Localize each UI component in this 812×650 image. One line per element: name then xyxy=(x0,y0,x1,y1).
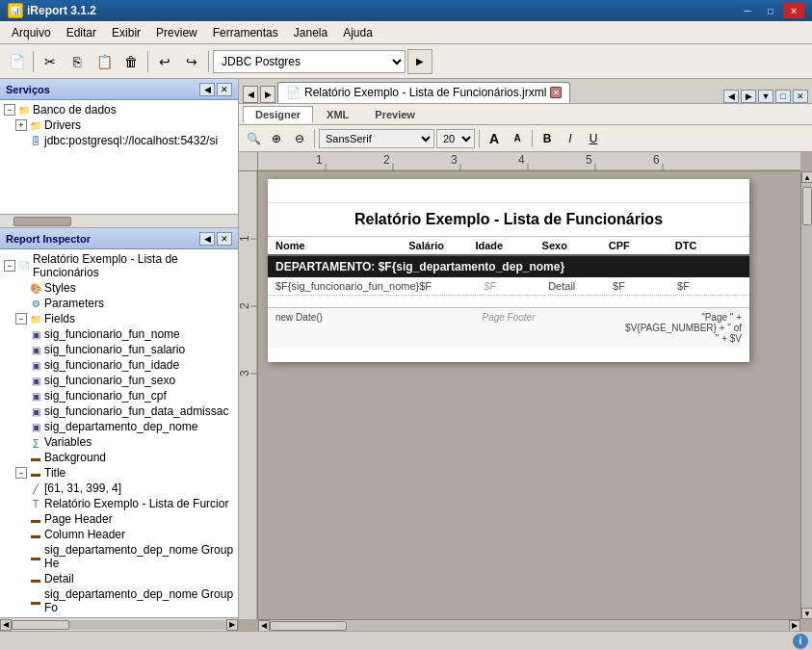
expand-bancoDados[interactable]: − xyxy=(4,104,15,116)
minimize-button[interactable]: ─ xyxy=(737,3,758,18)
menu-arquivo[interactable]: Arquivo xyxy=(4,24,59,41)
hscroll-canvas-thumb[interactable] xyxy=(270,621,347,631)
inspector-field-5[interactable]: ▣ sig_funcionario_fun_data_admissac xyxy=(2,403,236,419)
inspector-field-4[interactable]: ▣ sig_funcionario_fun_cpf xyxy=(2,388,236,403)
aa-button[interactable]: A xyxy=(484,128,505,149)
expand-title[interactable]: − xyxy=(15,467,27,479)
tab-nav-left-btn[interactable]: ◀ xyxy=(243,86,258,103)
maximize-button[interactable]: □ xyxy=(760,3,781,18)
ruler-corner xyxy=(239,152,258,171)
tabs-prev-btn[interactable]: ◀ xyxy=(723,90,739,103)
zoom-out-icon[interactable]: ⊖ xyxy=(289,128,310,149)
canvas-hscroll[interactable]: ◀ ▶ xyxy=(258,619,800,631)
expand-root[interactable]: − xyxy=(4,260,15,272)
aa-small-button[interactable]: A xyxy=(507,128,528,149)
services-minimize-button[interactable]: ◀ xyxy=(199,83,215,96)
tabs-close-btn[interactable]: ✕ xyxy=(793,90,808,103)
inspector-variables[interactable]: ∑ Variables xyxy=(2,434,236,450)
status-icon: i xyxy=(793,634,808,649)
vscroll-thumb[interactable] xyxy=(802,187,812,225)
menu-exibir[interactable]: Exibir xyxy=(104,24,148,41)
vscroll-up-btn[interactable]: ▲ xyxy=(801,171,812,183)
inspector-detail[interactable]: ▬ Detail xyxy=(2,571,236,586)
inspector-root[interactable]: − 📄 Relatório Exemplo - Lista de Funcion… xyxy=(2,251,236,280)
canvas-scroll[interactable]: Relatório Exemplo - Lista de Funcionário… xyxy=(258,171,800,619)
inspector-columnheader[interactable]: ▬ Column Header xyxy=(2,527,236,542)
expand-drivers[interactable]: + xyxy=(15,119,27,131)
tabs-next-btn[interactable]: ▶ xyxy=(741,90,756,103)
hscroll-right-btn[interactable]: ▶ xyxy=(226,619,238,631)
hscroll-left-btn[interactable]: ◀ xyxy=(0,619,12,631)
tabs-max-btn[interactable]: □ xyxy=(775,90,791,103)
menu-editar[interactable]: Editar xyxy=(59,24,104,41)
inspector-field-0[interactable]: ▣ sig_funcionario_fun_nome xyxy=(2,326,236,342)
menu-ajuda[interactable]: Ajuda xyxy=(335,24,380,41)
svg-text:2: 2 xyxy=(239,302,251,309)
inspector-title-label: Title xyxy=(44,466,65,480)
inspector-line[interactable]: ╱ [61, 31, 399, 4] xyxy=(2,481,236,496)
inspector-title[interactable]: − ▬ Title xyxy=(2,465,236,481)
inspector-hscroll[interactable]: ◀ ▶ xyxy=(0,617,238,631)
zoom-in-icon[interactable]: 🔍 xyxy=(243,128,264,149)
tree-item-bancoDados[interactable]: − 📁 Banco de dados xyxy=(2,102,236,117)
inspector-fields[interactable]: − 📁 Fields xyxy=(2,311,236,326)
vscroll-down-btn[interactable]: ▼ xyxy=(801,608,812,619)
canvas-area[interactable]: 1 2 3 4 5 6 1 xyxy=(239,152,812,631)
band-title-icon: ▬ xyxy=(29,466,42,480)
italic-button[interactable]: I xyxy=(560,128,581,149)
inspector-field-2[interactable]: ▣ sig_funcionario_fun_idade xyxy=(2,357,236,373)
paste-button[interactable]: 📋 xyxy=(92,49,117,74)
datasource-dropdown[interactable]: JDBC Postgres xyxy=(213,50,406,73)
tab-preview[interactable]: Preview xyxy=(362,106,428,123)
canvas-vscroll[interactable]: ▲ ▼ xyxy=(800,171,812,619)
expand-fields[interactable]: − xyxy=(15,313,27,325)
hscroll-canvas-left-btn[interactable]: ◀ xyxy=(258,620,270,632)
inspector-groupheader[interactable]: ▬ sig_departamento_dep_nome Group He xyxy=(2,542,236,571)
svg-text:1: 1 xyxy=(316,153,323,167)
menu-janela[interactable]: Janela xyxy=(286,24,335,41)
font-family-dropdown[interactable]: SansSerif xyxy=(319,129,434,148)
menu-preview[interactable]: Preview xyxy=(148,24,205,41)
tabs-menu-btn[interactable]: ▼ xyxy=(758,90,773,103)
tab-nav-right-btn[interactable]: ▶ xyxy=(260,86,275,103)
services-close-button[interactable]: ✕ xyxy=(217,83,232,96)
delete-button[interactable]: 🗑 xyxy=(118,49,144,74)
hscroll-canvas-right-btn[interactable]: ▶ xyxy=(789,620,800,632)
cut-button[interactable]: ✂ xyxy=(38,49,63,74)
new-button[interactable]: 📄 xyxy=(4,49,29,74)
tree-item-drivers[interactable]: + 📁 Drivers xyxy=(2,117,236,133)
inspector-title-label-item[interactable]: T Relatório Exemplo - Lista de Furcior xyxy=(2,496,236,511)
underline-button[interactable]: U xyxy=(583,128,604,149)
tab-close-button[interactable]: ✕ xyxy=(550,87,562,98)
services-hscroll[interactable] xyxy=(0,214,238,227)
copy-button[interactable]: ⎘ xyxy=(65,49,90,74)
datasource-connect-button[interactable]: ▶ xyxy=(407,49,432,74)
field-icon-1: ▣ xyxy=(29,343,42,356)
inspector-parameters[interactable]: ⚙ Parameters xyxy=(2,296,236,311)
zoom-in-plus-icon[interactable]: ⊕ xyxy=(266,128,287,149)
inspector-field-3[interactable]: ▣ sig_funcionario_fun_sexo xyxy=(2,373,236,388)
tab-xml[interactable]: XML xyxy=(314,106,361,123)
menu-ferramentas[interactable]: Ferramentas xyxy=(205,24,286,41)
inspector-pageheader[interactable]: ▬ Page Header xyxy=(2,511,236,527)
services-hscroll-thumb[interactable] xyxy=(13,217,71,226)
document-tab[interactable]: 📄 Relatório Exemplo - Lista de Funcionár… xyxy=(277,82,570,103)
inspector-minimize-button[interactable]: ◀ xyxy=(199,232,215,246)
undo-button[interactable]: ↩ xyxy=(152,49,177,74)
close-button[interactable]: ✕ xyxy=(783,3,804,18)
bold-button[interactable]: B xyxy=(537,128,558,149)
inspector-groupfooter[interactable]: ▬ sig_departamento_dep_nome Group Fo xyxy=(2,586,236,615)
inspector-background[interactable]: ▬ Background xyxy=(2,450,236,465)
redo-button[interactable]: ↪ xyxy=(179,49,204,74)
inspector-styles[interactable]: 🎨 Styles xyxy=(2,280,236,296)
inspector-field-1[interactable]: ▣ sig_funcionario_fun_salario xyxy=(2,342,236,357)
field-label-4: sig_funcionario_fun_cpf xyxy=(44,389,167,403)
vscroll-track[interactable] xyxy=(801,183,812,608)
inspector-close-button[interactable]: ✕ xyxy=(217,232,232,246)
inspector-field-6[interactable]: ▣ sig_departamento_dep_nome xyxy=(2,419,236,434)
fields-folder-icon: 📁 xyxy=(29,312,42,325)
font-size-dropdown[interactable]: 20 xyxy=(436,129,475,148)
hscroll-canvas-track[interactable] xyxy=(270,621,789,631)
tree-item-jdbc[interactable]: 🗄 jdbc:postgresql://localhost:5432/si xyxy=(2,133,236,148)
tab-designer[interactable]: Designer xyxy=(243,106,313,123)
